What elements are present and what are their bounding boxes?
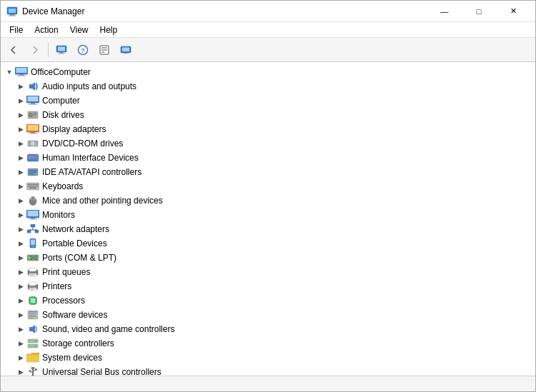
- minimize-button[interactable]: —: [428, 1, 461, 22]
- svg-rect-56: [28, 186, 29, 187]
- svg-rect-55: [36, 184, 39, 186]
- tree-item-mouse[interactable]: ▶ Mice and other pointing devices: [1, 194, 535, 208]
- tree-item-hid[interactable]: ▶ Human Interface Devices: [1, 151, 535, 165]
- tree-item-printer[interactable]: ▶ Printers: [1, 279, 535, 293]
- back-button[interactable]: [4, 41, 24, 59]
- printer-icon: [26, 281, 39, 292]
- root-label: OfficeComputer: [31, 67, 91, 77]
- dvd-label: DVD/CD-ROM drives: [42, 139, 123, 149]
- computer-button[interactable]: [51, 41, 71, 59]
- help-button[interactable]: ?: [73, 41, 93, 59]
- properties-icon: [99, 44, 110, 56]
- tree-item-system[interactable]: ▶ System devices: [1, 351, 535, 365]
- network-expand-icon: ▶: [15, 223, 26, 235]
- svg-rect-53: [33, 184, 34, 186]
- tree-item-disk[interactable]: ▶ Disk drives: [1, 108, 535, 122]
- keyboard-expand-icon: ▶: [15, 181, 26, 192]
- svg-rect-71: [27, 230, 31, 233]
- svg-rect-43: [32, 158, 34, 159]
- computer-device-icon: [26, 95, 39, 106]
- tree-item-monitor[interactable]: ▶ Monitors: [1, 208, 535, 222]
- tree-item-processor[interactable]: ▶ Proces: [1, 293, 535, 308]
- title-bar: Device Manager — □ ✕: [1, 1, 535, 22]
- tree-item-ports[interactable]: ▶ Ports (COM & LPT): [1, 251, 535, 265]
- device-tree[interactable]: ▼ OfficeComputer ▶ Audio: [1, 62, 535, 376]
- svg-rect-78: [32, 246, 34, 247]
- svg-rect-44: [35, 158, 37, 159]
- tree-item-printqueue[interactable]: ▶ Print queues: [1, 265, 535, 279]
- svg-rect-16: [124, 53, 128, 54]
- tree-item-software[interactable]: ▶ Software devices: [1, 308, 535, 322]
- menu-view[interactable]: View: [64, 24, 94, 36]
- tree-item-network[interactable]: ▶ Network adapters: [1, 222, 535, 236]
- sound-icon: [26, 323, 39, 335]
- svg-point-128: [29, 370, 31, 371]
- network-label: Network adapters: [42, 224, 109, 234]
- display-device-icon: [26, 124, 39, 135]
- svg-rect-99: [31, 298, 36, 303]
- svg-point-121: [36, 341, 37, 342]
- svg-rect-32: [28, 125, 39, 131]
- svg-point-85: [35, 258, 36, 260]
- maximize-button[interactable]: □: [462, 1, 495, 22]
- tree-item-display[interactable]: ▶ Display adapters: [1, 122, 535, 136]
- tree-item-computer[interactable]: ▶ Computer: [1, 94, 535, 108]
- svg-rect-5: [58, 46, 65, 51]
- menu-help[interactable]: Help: [94, 24, 124, 36]
- menu-file[interactable]: File: [4, 24, 29, 36]
- system-folder-icon: [26, 352, 39, 363]
- root-node[interactable]: ▼ OfficeComputer: [1, 65, 535, 79]
- computer-label: Computer: [42, 96, 80, 106]
- tree-item-storage[interactable]: ▶ Storage controllers: [1, 336, 535, 351]
- root-expand-icon: ▼: [4, 66, 15, 78]
- svg-point-91: [35, 271, 36, 272]
- svg-rect-42: [35, 156, 37, 157]
- svg-rect-52: [31, 184, 33, 186]
- svg-rect-115: [29, 315, 36, 316]
- tree-item-audio[interactable]: ▶ Audio inputs and outputs: [1, 79, 535, 94]
- back-icon: [8, 44, 19, 56]
- svg-rect-48: [29, 174, 34, 175]
- maximize-icon: □: [477, 7, 482, 16]
- keyboard-label: Keyboards: [42, 181, 83, 191]
- tree-item-dvd[interactable]: ▶ DVD/CD-ROM drives: [1, 136, 535, 151]
- software-icon: [26, 309, 39, 321]
- monitor-label: Monitors: [42, 210, 75, 220]
- tree-item-ide[interactable]: ▶ IDE ATA/ATAPI controllers: [1, 165, 535, 179]
- processor-label: Processors: [42, 296, 85, 306]
- svg-rect-47: [29, 172, 37, 174]
- svg-rect-67: [28, 211, 39, 216]
- svg-rect-19: [19, 74, 24, 76]
- menu-bar: File Action View Help: [1, 22, 535, 38]
- svg-rect-95: [30, 288, 36, 289]
- svg-rect-46: [29, 170, 37, 171]
- tree-item-portable[interactable]: ▶ Portable Devices: [1, 236, 535, 251]
- menu-action[interactable]: Action: [29, 24, 64, 36]
- software-label: Software devices: [42, 310, 107, 320]
- svg-point-122: [36, 346, 37, 347]
- svg-rect-40: [28, 156, 31, 159]
- ide-expand-icon: ▶: [15, 166, 26, 178]
- svg-marker-118: [29, 325, 35, 333]
- svg-rect-114: [29, 313, 37, 314]
- svg-rect-57: [29, 186, 31, 187]
- svg-rect-72: [35, 230, 39, 233]
- tree-item-usb[interactable]: ▶ Universal Serial Bus controllers: [1, 365, 535, 376]
- svg-rect-29: [34, 113, 36, 114]
- forward-button[interactable]: [25, 41, 45, 59]
- audio-icon: [26, 81, 39, 92]
- keyboard-icon: [26, 181, 39, 192]
- audio-expand-icon: ▶: [15, 81, 26, 92]
- tree-item-keyboard[interactable]: ▶ Keyboa: [1, 179, 535, 194]
- portable-icon: [26, 238, 39, 249]
- properties-button[interactable]: [94, 41, 114, 59]
- svg-rect-126: [35, 369, 37, 371]
- tree-item-sound[interactable]: ▶ Sound, video and game controllers: [1, 322, 535, 336]
- close-icon: ✕: [510, 6, 517, 16]
- ports-expand-icon: ▶: [15, 252, 26, 263]
- disk-expand-icon: ▶: [15, 109, 26, 121]
- sound-label: Sound, video and game controllers: [42, 324, 174, 334]
- disk-label: Disk drives: [42, 110, 84, 120]
- close-button[interactable]: ✕: [497, 1, 530, 22]
- display-button[interactable]: [116, 41, 136, 59]
